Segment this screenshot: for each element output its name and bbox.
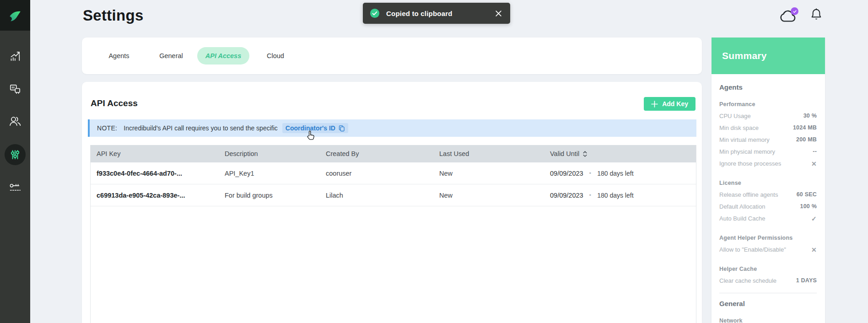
add-key-button[interactable]: Add Key — [644, 97, 695, 111]
column-header-created-by: Created By — [320, 150, 433, 157]
cell-last-used: New — [433, 170, 544, 177]
analytics-chart-icon — [9, 50, 22, 62]
x-mark-icon: ✕ — [811, 246, 817, 253]
note-prefix: NOTE: — [97, 124, 117, 132]
topbar-icons — [776, 5, 831, 26]
check-mark-icon: ✓ — [811, 215, 817, 222]
incredibuild-logo[interactable] — [0, 0, 30, 31]
tab-general[interactable]: General — [145, 47, 197, 65]
page-title: Settings — [83, 7, 144, 24]
cell-valid-until: 09/09/2023 • 180 days left — [544, 170, 696, 177]
settings-sliders-icon — [9, 149, 21, 161]
copy-icon — [338, 125, 345, 132]
cell-last-used: New — [433, 192, 544, 199]
column-header-description: Description — [219, 150, 320, 157]
bell-icon — [810, 7, 823, 22]
plus-icon — [651, 101, 658, 108]
summary-header: Summary — [712, 38, 825, 74]
section-title: API Access — [91, 98, 138, 108]
cell-created-by: cooruser — [320, 170, 433, 177]
coordinators-id-label: Coordinator's ID — [286, 124, 335, 132]
summary-subheading-network: Network — [719, 318, 817, 323]
tab-api-access[interactable]: API Access — [197, 47, 249, 65]
valid-date: 09/09/2023 — [550, 192, 583, 199]
summary-row: Clear cache schedule 1 DAYS — [719, 275, 817, 286]
license-key-icon — [9, 182, 22, 193]
summary-row: Ignore those processes ✕ — [719, 157, 817, 170]
summary-subheading-license: License — [719, 180, 817, 186]
summary-heading-general: General — [719, 300, 817, 307]
summary-heading-agents: Agents — [719, 83, 817, 91]
summary-row: Allow to "Enable/Disable" ✕ — [719, 243, 817, 256]
toast-copied-to-clipboard: Copied to clipboard — [363, 3, 510, 24]
table-row[interactable]: c69913da-e905-42ca-893e-... For build gr… — [91, 184, 696, 206]
cloud-status-button[interactable] — [778, 8, 798, 25]
tab-cloud[interactable]: Cloud — [249, 47, 302, 65]
separator-dot: • — [589, 170, 592, 177]
notifications-bell-button[interactable] — [810, 7, 823, 24]
summary-subheading-helper-cache: Helper Cache — [719, 266, 817, 272]
toast-message: Copied to clipboard — [386, 10, 453, 17]
cloud-check-badge-icon — [791, 7, 798, 15]
add-key-label: Add Key — [662, 100, 688, 108]
sidebar-item-analytics[interactable] — [0, 45, 30, 66]
coordinators-id-link[interactable]: Coordinator's ID — [282, 123, 348, 133]
build-agents-icon — [9, 83, 22, 96]
column-header-valid-until[interactable]: Valid Until — [544, 150, 696, 157]
summary-row: Min virtual memory 200 MB — [719, 134, 817, 145]
valid-date: 09/09/2023 — [550, 170, 583, 177]
incredibuild-logo-icon — [7, 7, 23, 24]
summary-title: Summary — [722, 50, 767, 61]
days-left: 180 days left — [597, 170, 633, 177]
sidebar — [0, 0, 30, 323]
summary-subheading-performance: Performance — [719, 101, 817, 108]
sidebar-item-builds[interactable] — [0, 79, 30, 100]
summary-row: Auto Build Cache ✓ — [719, 212, 817, 225]
column-header-api-key: API Key — [91, 150, 219, 157]
summary-subheading-agent-helper-permissions: Agent Helper Permissions — [719, 235, 817, 241]
column-header-last-used: Last Used — [433, 150, 544, 157]
note-banner: NOTE: Incredibuild's API call requires y… — [88, 119, 696, 137]
cell-valid-until: 09/09/2023 • 180 days left — [544, 192, 696, 199]
users-icon — [9, 115, 22, 128]
success-check-icon — [370, 8, 380, 18]
summary-row: Release offline agents 60 SEC — [719, 188, 817, 200]
cell-api-key: c69913da-e905-42ca-893e-... — [91, 192, 219, 199]
cell-description: For build groups — [219, 192, 320, 199]
summary-panel: Summary Agents Performance CPU Usage 30 … — [712, 38, 825, 323]
app-root: Settings Copied to clipboard — [0, 0, 868, 323]
toast-close-icon[interactable] — [493, 8, 503, 18]
cell-created-by: Lilach — [320, 192, 433, 199]
cell-api-key: f933c0e4-0fec-4664-ad70-... — [91, 170, 219, 177]
sidebar-item-license-keys[interactable] — [0, 177, 30, 198]
tab-agents[interactable]: Agents — [93, 47, 145, 65]
summary-row: Min disk space 1024 MB — [719, 122, 817, 134]
api-access-card: API Access Add Key NOTE: Incredibuild's … — [82, 82, 702, 323]
summary-row: Default Allocation 100 % — [719, 200, 817, 212]
summary-row: CPU Usage 30 % — [719, 110, 817, 122]
separator-dot: • — [589, 192, 592, 199]
summary-row: Min physical memory -- — [719, 145, 817, 157]
x-mark-icon: ✕ — [811, 160, 817, 167]
cell-description: API_Key1 — [219, 170, 320, 177]
sort-chevrons-icon[interactable] — [582, 151, 588, 157]
valid-until-label: Valid Until — [550, 150, 579, 157]
summary-divider — [719, 293, 817, 293]
api-keys-table: API Key Description Created By Last Used… — [90, 145, 696, 323]
settings-tabs: Agents General API Access Cloud — [82, 38, 702, 74]
table-header-row: API Key Description Created By Last Used… — [91, 145, 696, 162]
days-left: 180 days left — [597, 192, 633, 199]
sidebar-item-users[interactable] — [0, 111, 30, 132]
table-row[interactable]: f933c0e4-0fec-4664-ad70-... API_Key1 coo… — [91, 162, 696, 184]
summary-body: Agents Performance CPU Usage 30 % Min di… — [712, 74, 825, 323]
note-text: Incredibuild's API call requires you to … — [124, 124, 278, 132]
sidebar-item-settings[interactable] — [5, 144, 26, 165]
